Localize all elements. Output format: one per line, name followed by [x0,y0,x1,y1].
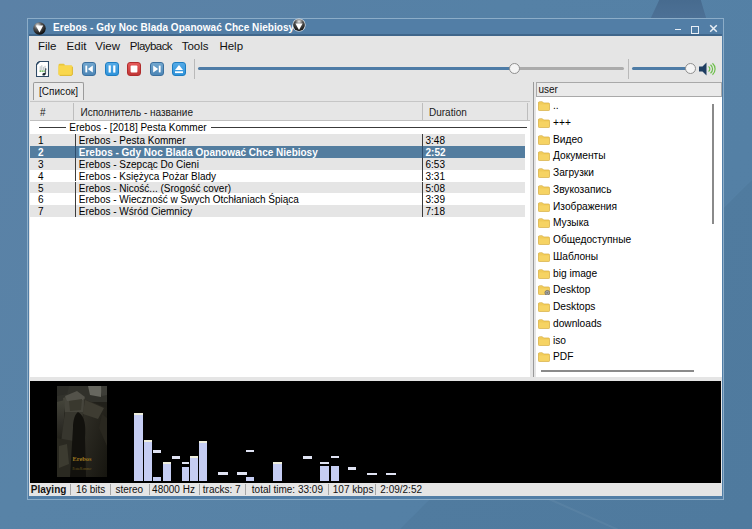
svg-text:Erebos: Erebos [72,455,92,462]
svg-text:Pesta Kommer: Pesta Kommer [73,467,93,471]
